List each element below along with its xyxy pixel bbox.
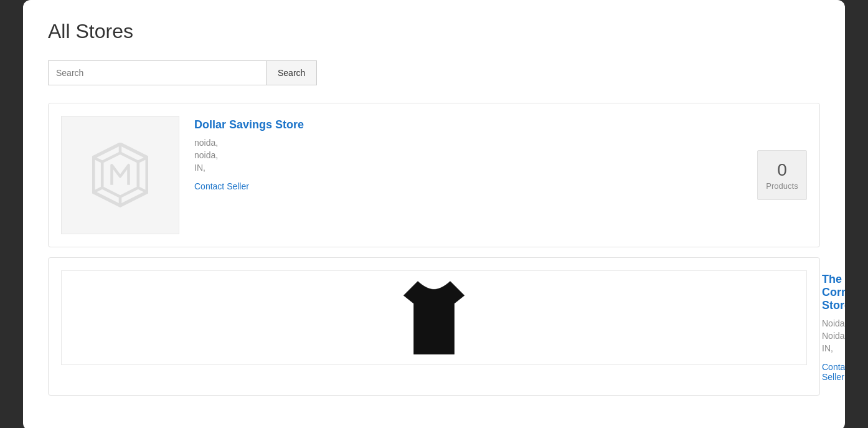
store-card: Dollar Savings Store noida, noida, IN, C… bbox=[48, 103, 820, 247]
products-count: 0 bbox=[777, 159, 787, 181]
store-info: Dollar Savings Store noida, noida, IN, C… bbox=[194, 116, 750, 192]
search-button[interactable]: Search bbox=[266, 60, 317, 85]
store-address-line-2: noida, bbox=[194, 150, 750, 160]
store-info: The Corner Store. Noida, Noida, IN, Cont… bbox=[822, 270, 845, 383]
store-right: 0 Products bbox=[750, 150, 807, 200]
store-address-line-1: Noida, bbox=[822, 318, 845, 328]
store-address-line-3: IN, bbox=[822, 343, 845, 353]
store-card: The Corner Store. Noida, Noida, IN, Cont… bbox=[48, 257, 820, 396]
page-title: All Stores bbox=[48, 20, 820, 43]
store-address-line-1: noida, bbox=[194, 138, 750, 148]
store-logo bbox=[61, 270, 807, 365]
store-address-line-3: IN, bbox=[194, 163, 750, 173]
contact-seller-link[interactable]: Contact Seller bbox=[194, 181, 249, 191]
search-input[interactable] bbox=[48, 60, 266, 85]
contact-seller-link[interactable]: Contact Seller bbox=[822, 362, 845, 382]
products-badge: 0 Products bbox=[757, 150, 807, 200]
store-logo bbox=[61, 116, 179, 234]
store-name[interactable]: Dollar Savings Store bbox=[194, 118, 750, 131]
products-label: Products bbox=[766, 181, 798, 191]
search-row: Search bbox=[48, 60, 820, 85]
store-name[interactable]: The Corner Store. bbox=[822, 273, 845, 312]
main-window: All Stores Search Dollar Savings Store bbox=[23, 0, 845, 428]
store-address-line-2: Noida, bbox=[822, 331, 845, 341]
